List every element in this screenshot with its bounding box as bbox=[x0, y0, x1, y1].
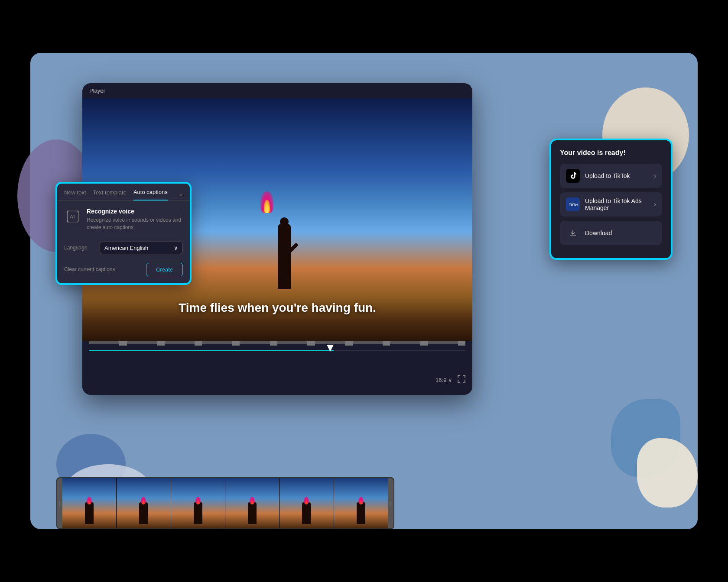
bg-shape-cream bbox=[637, 438, 698, 508]
action-row: Clear current captions Create bbox=[57, 258, 190, 276]
language-select[interactable]: American English ∨ bbox=[100, 242, 183, 254]
figure-silhouette bbox=[267, 202, 302, 289]
recognize-description: Recognize voice in sounds or videos and … bbox=[87, 217, 183, 231]
panel-tabs: New text Text template Auto captions « bbox=[57, 184, 190, 201]
video-ready-panel: Your video is ready! Upload to TikTok › … bbox=[550, 139, 672, 259]
tiktok-chevron-icon: › bbox=[654, 172, 656, 180]
recognize-section: Af Recognize voice Recognize voice in so… bbox=[57, 208, 190, 231]
auto-captions-panel: New text Text template Auto captions « A… bbox=[56, 183, 191, 284]
recognize-voice-icon: Af bbox=[64, 208, 81, 225]
svg-text:TikTok: TikTok bbox=[569, 203, 578, 206]
download-icon bbox=[566, 226, 580, 240]
film-frame-1 bbox=[62, 478, 117, 528]
timeline-ticks bbox=[89, 341, 465, 350]
upload-tiktok-item[interactable]: Upload to TikTok › bbox=[560, 164, 662, 188]
ready-title: Your video is ready! bbox=[560, 149, 662, 157]
create-button[interactable]: Create bbox=[146, 263, 183, 276]
filmstrip-container: | bbox=[56, 477, 394, 529]
player-title: Player bbox=[89, 87, 105, 94]
clear-captions-button[interactable]: Clear current captions bbox=[64, 266, 115, 272]
timeline-area[interactable] bbox=[82, 341, 472, 367]
filmstrip-handle-left[interactable]: | bbox=[57, 478, 62, 528]
tiktok-ads-icon: TikTok bbox=[566, 197, 580, 211]
language-row: Language American English ∨ bbox=[57, 238, 190, 258]
film-frame-6 bbox=[334, 478, 388, 528]
tab-new-text[interactable]: New text bbox=[64, 189, 86, 200]
aspect-ratio-label: 16:9 ∨ bbox=[436, 377, 452, 383]
download-label: Download bbox=[585, 230, 656, 236]
filmstrip-handle-right[interactable]: | bbox=[388, 478, 393, 528]
language-chevron: ∨ bbox=[174, 245, 178, 251]
recognize-text: Recognize voice Recognize voice in sound… bbox=[87, 208, 183, 231]
tab-auto-captions[interactable]: Auto captions bbox=[133, 189, 168, 200]
film-frame-4 bbox=[225, 478, 280, 528]
upload-ads-label: Upload to TikTok Ads Manager bbox=[585, 197, 649, 211]
upload-tiktok-label: Upload to TikTok bbox=[585, 172, 649, 179]
torch-flame bbox=[260, 191, 273, 213]
fullscreen-button[interactable] bbox=[458, 375, 465, 385]
language-value: American English bbox=[104, 245, 148, 251]
upload-ads-item[interactable]: TikTok Upload to TikTok Ads Manager › bbox=[560, 192, 662, 217]
film-frame-2 bbox=[117, 478, 171, 528]
timeline-marker[interactable] bbox=[327, 345, 334, 352]
film-frame-5 bbox=[280, 478, 334, 528]
ads-chevron-icon: › bbox=[654, 200, 656, 208]
film-frame-3 bbox=[171, 478, 225, 528]
tiktok-icon bbox=[566, 169, 580, 183]
player-header: Player bbox=[82, 83, 472, 98]
bottom-controls: 16:9 ∨ bbox=[82, 367, 472, 393]
aspect-ratio-button[interactable]: 16:9 ∨ bbox=[436, 377, 452, 383]
tab-text-template[interactable]: Text template bbox=[93, 189, 127, 200]
caption-overlay: Time flies when you're having fun. bbox=[82, 301, 472, 315]
svg-text:Af: Af bbox=[70, 214, 75, 220]
caption-text: Time flies when you're having fun. bbox=[179, 301, 376, 314]
recognize-title: Recognize voice bbox=[87, 208, 183, 215]
download-item[interactable]: Download bbox=[560, 221, 662, 245]
figure-head bbox=[280, 217, 289, 226]
tab-collapse[interactable]: « bbox=[180, 192, 183, 198]
language-label: Language bbox=[64, 245, 94, 251]
flame-inner bbox=[264, 200, 270, 213]
main-frame: Player Time flies when you're having fun… bbox=[30, 53, 698, 529]
